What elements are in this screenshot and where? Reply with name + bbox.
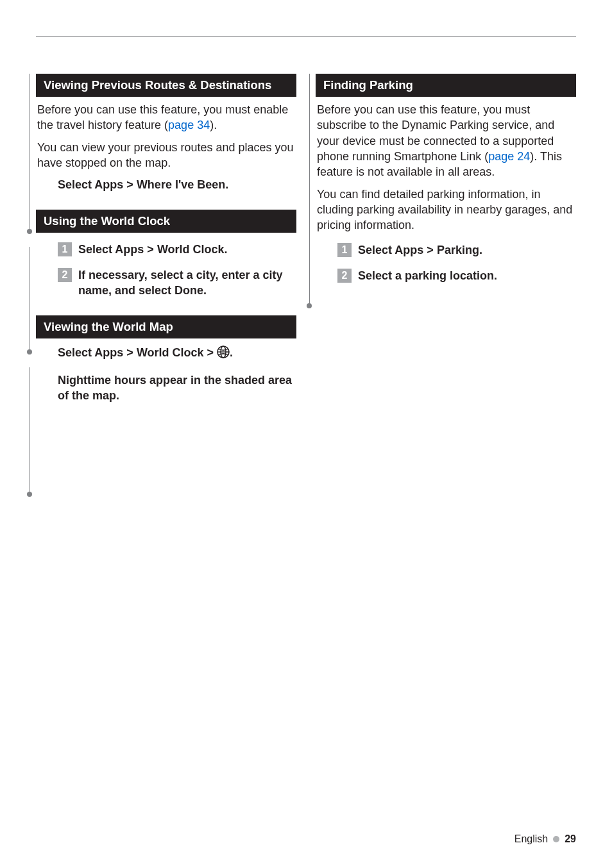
step-list: 1 Select Apps > World Clock. 2 If necess… [58, 242, 296, 299]
step-text: If necessary, select a city, enter a cit… [78, 267, 296, 299]
text: . [230, 346, 233, 359]
section-heading: Viewing Previous Routes & Destinations [36, 74, 296, 97]
body-text: You can find detailed parking informatio… [317, 187, 576, 233]
step-text: Select a parking location. [358, 268, 497, 283]
rail-dot [307, 303, 312, 308]
columns: Viewing Previous Routes & Destinations B… [36, 74, 576, 421]
left-column: Viewing Previous Routes & Destinations B… [36, 74, 296, 421]
step-text: Select Apps > Parking. [358, 242, 482, 258]
section-heading: Finding Parking [316, 74, 576, 97]
rail-dot [27, 492, 32, 497]
step-number-badge: 1 [337, 243, 352, 257]
footer-dot-icon [553, 836, 559, 842]
section-finding-parking: Finding Parking Before you can use this … [316, 74, 576, 283]
section-rail [30, 247, 30, 352]
step-text: Select Apps > Where I've Been. [58, 177, 296, 192]
step-list: Select Apps > World Clock > . Nighttime … [58, 345, 296, 404]
body-text: Before you can use this feature, you mus… [37, 102, 296, 133]
step-list: Select Apps > Where I've Been. [58, 177, 296, 192]
section-world-map: Viewing the World Map Select Apps > Worl… [36, 315, 296, 404]
step-item: 2 Select a parking location. [337, 268, 576, 283]
page-link[interactable]: page 24 [488, 150, 530, 163]
step-item: 2 If necessary, select a city, enter a c… [58, 267, 296, 299]
section-rail [309, 74, 310, 306]
section-rail [30, 367, 30, 494]
step-text: Select Apps > World Clock > . [58, 345, 296, 362]
step-item: 1 Select Apps > World Clock. [58, 242, 296, 257]
step-text: Nighttime hours appear in the shaded are… [58, 372, 296, 404]
step-number-badge: 1 [58, 242, 72, 256]
page-footer: English 29 [514, 833, 576, 845]
right-column: Finding Parking Before you can use this … [316, 74, 576, 421]
body-text: Before you can use this feature, you mus… [317, 102, 576, 179]
rail-dot [27, 229, 32, 234]
step-number-badge: 2 [58, 268, 72, 282]
header-rule [36, 36, 576, 37]
rail-dot [27, 349, 32, 355]
footer-page-number: 29 [565, 833, 576, 845]
text: ). [210, 119, 217, 131]
section-heading: Viewing the World Map [36, 315, 296, 338]
footer-language: English [514, 833, 548, 845]
section-heading: Using the World Clock [36, 210, 296, 233]
step-list: 1 Select Apps > Parking. 2 Select a park… [337, 242, 576, 284]
section-world-clock: Using the World Clock 1 Select Apps > Wo… [36, 210, 296, 299]
globe-icon [217, 346, 230, 362]
text: Before you can use this feature, you mus… [37, 103, 288, 131]
step-item: 1 Select Apps > Parking. [337, 242, 576, 258]
step-text: Select Apps > World Clock. [78, 242, 228, 257]
section-previous-routes: Viewing Previous Routes & Destinations B… [36, 74, 296, 193]
step-number-badge: 2 [337, 269, 352, 283]
text: Select Apps > World Clock > [58, 346, 217, 359]
section-rail [30, 74, 30, 231]
body-text: You can view your previous routes and pl… [37, 140, 296, 171]
page-link[interactable]: page 34 [168, 119, 210, 131]
page: Viewing Previous Routes & Destinations B… [0, 0, 612, 868]
